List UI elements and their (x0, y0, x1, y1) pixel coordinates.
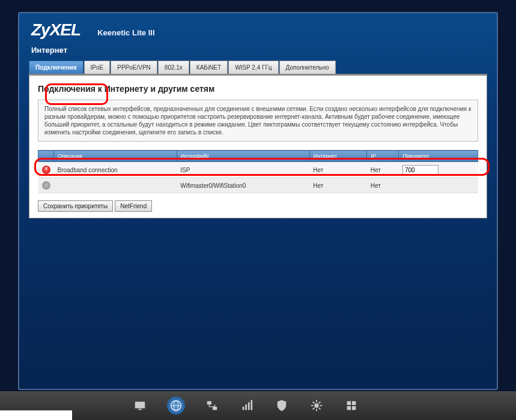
svg-line-17 (319, 408, 321, 410)
svg-line-16 (313, 402, 315, 404)
svg-line-18 (313, 408, 315, 410)
svg-rect-8 (245, 404, 247, 410)
bottom-nav-bar (0, 391, 516, 420)
gear-icon[interactable] (309, 398, 324, 413)
panel-title: Подключения к Интернету и другим сетям (38, 84, 478, 94)
svg-rect-10 (250, 400, 252, 410)
svg-line-19 (319, 402, 321, 404)
table-row[interactable]: Wifimaster0/WifiStation0НетНет (38, 178, 478, 193)
brand-logo: ZyXEL (31, 20, 80, 40)
shield-icon[interactable] (274, 398, 290, 413)
panel-description: Полный список сетевых интерфейсов, предн… (38, 100, 478, 142)
col-header: Интернет (309, 151, 367, 162)
col-header: Приоритет (399, 151, 478, 162)
tab-дополнительно[interactable]: Дополнительно (279, 61, 336, 74)
priority-input[interactable] (402, 165, 439, 175)
monitor-icon[interactable] (132, 398, 148, 413)
tab-кабinet[interactable]: КАБiNET (190, 61, 228, 74)
error-icon (42, 166, 50, 174)
svg-rect-7 (243, 407, 244, 410)
svg-rect-0 (135, 402, 145, 409)
col-header: Описание (54, 151, 177, 162)
netfriend-button[interactable]: NetFriend (115, 200, 152, 212)
section-title: Интернет (31, 46, 485, 55)
table-row[interactable]: Broadband connectionISPНетНет (38, 162, 478, 178)
svg-point-11 (314, 403, 318, 407)
network-icon[interactable] (204, 398, 220, 413)
svg-rect-6 (213, 407, 217, 410)
tab-802-1x[interactable]: 802.1x (158, 61, 189, 74)
connections-panel: Подключения к Интернету и другим сетям П… (29, 75, 487, 218)
tab-ipoe[interactable]: IPoE (84, 61, 111, 74)
disabled-icon (42, 181, 50, 190)
model-name: Keenetic Lite III (97, 28, 154, 37)
col-header: Интерфейс (177, 151, 309, 162)
col-header (38, 151, 54, 162)
svg-rect-21 (352, 401, 356, 405)
tab-bar: ПодключенияIPoEPPPoE/VPN802.1xКАБiNETWIS… (29, 61, 487, 75)
svg-rect-9 (248, 403, 250, 410)
globe-icon[interactable] (167, 397, 185, 415)
tab-подключения[interactable]: Подключения (29, 61, 83, 74)
wifi-icon[interactable] (239, 398, 255, 413)
save-priorities-button[interactable]: Сохранить приоритеты (38, 200, 113, 212)
apps-icon[interactable] (344, 398, 359, 413)
svg-rect-23 (352, 406, 356, 410)
connections-table: ОписаниеИнтерфейсИнтернетIPПриоритет Bro… (38, 150, 478, 193)
svg-rect-5 (207, 401, 211, 405)
col-header: IP (367, 151, 399, 162)
svg-rect-1 (138, 409, 142, 410)
tab-wisp-2-4-ггц[interactable]: WISP 2,4 ГГц (228, 61, 278, 74)
svg-rect-20 (347, 401, 351, 405)
tab-pppoe-vpn[interactable]: PPPoE/VPN (111, 61, 157, 74)
status-strip (0, 410, 72, 420)
svg-rect-22 (347, 406, 351, 410)
